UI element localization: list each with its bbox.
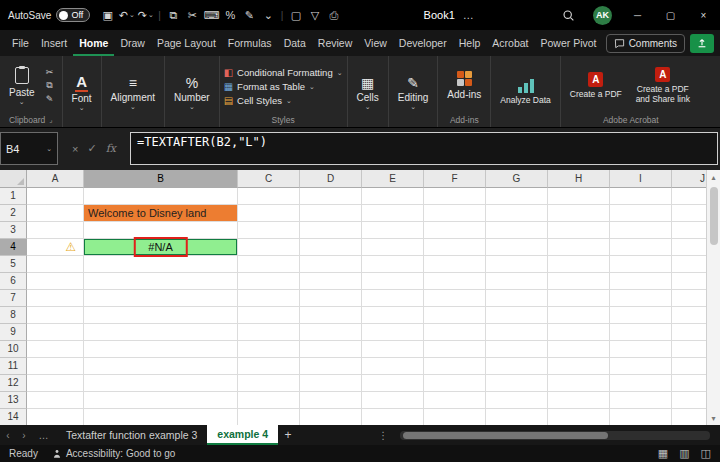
maximize-button[interactable]: ▢ bbox=[654, 0, 687, 30]
tab-help[interactable]: Help bbox=[453, 30, 487, 56]
cell-I9[interactable] bbox=[610, 324, 672, 341]
minimize-button[interactable]: ─ bbox=[621, 0, 654, 30]
cell-J14[interactable] bbox=[672, 409, 706, 425]
cell-A9[interactable] bbox=[27, 324, 84, 341]
cell-J5[interactable] bbox=[672, 256, 706, 273]
cell-J2[interactable] bbox=[672, 205, 706, 222]
cell-G10[interactable] bbox=[486, 341, 548, 358]
cut-icon[interactable]: ✂ bbox=[183, 4, 202, 26]
cell-C6[interactable] bbox=[238, 273, 300, 290]
cell-E11[interactable] bbox=[362, 358, 424, 375]
cell-I4[interactable] bbox=[610, 239, 672, 256]
font-button[interactable]: A Font ⌄ bbox=[67, 73, 97, 112]
cell-J13[interactable] bbox=[672, 392, 706, 409]
conditional-formatting-button[interactable]: ◧Conditional Formatting⌄ bbox=[224, 67, 343, 78]
cancel-icon[interactable]: × bbox=[72, 143, 78, 155]
cell-G9[interactable] bbox=[486, 324, 548, 341]
cell-H9[interactable] bbox=[548, 324, 610, 341]
row-header-11[interactable]: 11 bbox=[0, 358, 27, 375]
cell-H8[interactable] bbox=[548, 307, 610, 324]
enter-icon[interactable]: ✓ bbox=[87, 142, 96, 155]
cell-H11[interactable] bbox=[548, 358, 610, 375]
cell-B7[interactable] bbox=[84, 290, 238, 307]
cell-G2[interactable] bbox=[486, 205, 548, 222]
cell-I6[interactable] bbox=[610, 273, 672, 290]
cell-E4[interactable] bbox=[362, 239, 424, 256]
cell-I5[interactable] bbox=[610, 256, 672, 273]
cell-I11[interactable] bbox=[610, 358, 672, 375]
tab-data[interactable]: Data bbox=[278, 30, 312, 56]
cell-J4[interactable] bbox=[672, 239, 706, 256]
formula-input[interactable]: =TEXTAFTER(B2,"L") bbox=[130, 132, 718, 165]
comments-button[interactable]: Comments bbox=[606, 34, 685, 53]
cell-J12[interactable] bbox=[672, 375, 706, 392]
scroll-up-icon[interactable]: ▴ bbox=[711, 170, 715, 184]
format-painter-icon[interactable]: ✎ bbox=[240, 4, 259, 26]
cell-J6[interactable] bbox=[672, 273, 706, 290]
cell-F6[interactable] bbox=[424, 273, 486, 290]
create-a-pdf-button[interactable]: ACreate a PDF bbox=[565, 71, 627, 101]
close-button[interactable]: × bbox=[687, 0, 720, 30]
add-sheet-button[interactable]: + bbox=[278, 425, 298, 445]
row-header-14[interactable]: 14 bbox=[0, 409, 27, 425]
share-button[interactable] bbox=[690, 34, 714, 53]
paste-button[interactable]: Paste ⌄ bbox=[4, 66, 40, 106]
cell-E5[interactable] bbox=[362, 256, 424, 273]
cell-E10[interactable] bbox=[362, 341, 424, 358]
cell-B8[interactable] bbox=[84, 307, 238, 324]
autosave-pill[interactable]: Off bbox=[56, 8, 90, 22]
row-header-8[interactable]: 8 bbox=[0, 307, 27, 324]
cell-F10[interactable] bbox=[424, 341, 486, 358]
cell-B13[interactable] bbox=[84, 392, 238, 409]
cell-F2[interactable] bbox=[424, 205, 486, 222]
cell-H2[interactable] bbox=[548, 205, 610, 222]
cell-J3[interactable] bbox=[672, 222, 706, 239]
cell-B11[interactable] bbox=[84, 358, 238, 375]
row-header-10[interactable]: 10 bbox=[0, 341, 27, 358]
cell-D11[interactable] bbox=[300, 358, 362, 375]
avatar[interactable]: AK bbox=[593, 6, 612, 25]
scroll-down-icon[interactable]: ▾ bbox=[711, 411, 715, 425]
vertical-scrollbar[interactable]: ▴ ▾ bbox=[706, 170, 720, 425]
cell-B4[interactable]: #N/A bbox=[84, 239, 238, 256]
cell-G12[interactable] bbox=[486, 375, 548, 392]
cell-C9[interactable] bbox=[238, 324, 300, 341]
save-icon[interactable]: ▣ bbox=[98, 4, 117, 26]
cell-E6[interactable] bbox=[362, 273, 424, 290]
cell-A14[interactable] bbox=[27, 409, 84, 425]
cell-D7[interactable] bbox=[300, 290, 362, 307]
cell-D8[interactable] bbox=[300, 307, 362, 324]
clipboard-group-label[interactable]: Clipboard ⌟ bbox=[4, 113, 58, 127]
column-header-A[interactable]: A bbox=[27, 170, 84, 188]
cell-E8[interactable] bbox=[362, 307, 424, 324]
sheet-list-more-icon[interactable]: … bbox=[32, 425, 56, 445]
format-as-table-button[interactable]: ▦Format as Table⌄ bbox=[224, 81, 343, 92]
title-overflow-icon[interactable]: … bbox=[463, 9, 474, 21]
tab-developer[interactable]: Developer bbox=[393, 30, 453, 56]
column-header-B[interactable]: B bbox=[84, 170, 238, 188]
cell-A12[interactable] bbox=[27, 375, 84, 392]
cell-F4[interactable] bbox=[424, 239, 486, 256]
cell-F14[interactable] bbox=[424, 409, 486, 425]
cell-F7[interactable] bbox=[424, 290, 486, 307]
cell-B1[interactable] bbox=[84, 188, 238, 205]
cell-F8[interactable] bbox=[424, 307, 486, 324]
cell-G3[interactable] bbox=[486, 222, 548, 239]
create-a-pdf-and-share-link-button[interactable]: ACreate a PDF and Share link bbox=[629, 66, 697, 105]
tab-insert[interactable]: Insert bbox=[35, 30, 73, 56]
cell-H3[interactable] bbox=[548, 222, 610, 239]
cell-C4[interactable] bbox=[238, 239, 300, 256]
column-header-C[interactable]: C bbox=[238, 170, 300, 188]
cell-F13[interactable] bbox=[424, 392, 486, 409]
row-header-7[interactable]: 7 bbox=[0, 290, 27, 307]
cell-I1[interactable] bbox=[610, 188, 672, 205]
tab-page-layout[interactable]: Page Layout bbox=[151, 30, 222, 56]
cell-C8[interactable] bbox=[238, 307, 300, 324]
cell-G6[interactable] bbox=[486, 273, 548, 290]
cell-J8[interactable] bbox=[672, 307, 706, 324]
print-icon[interactable]: ⎙ bbox=[324, 4, 343, 26]
cell-B10[interactable] bbox=[84, 341, 238, 358]
qat-more-icon[interactable]: ⌄ bbox=[259, 4, 278, 26]
tab-acrobat[interactable]: Acrobat bbox=[486, 30, 534, 56]
cell-H1[interactable] bbox=[548, 188, 610, 205]
